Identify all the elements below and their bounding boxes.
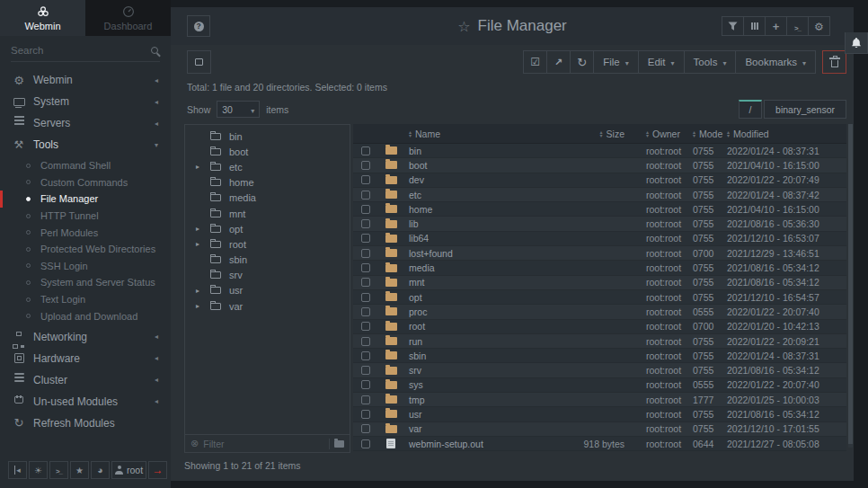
sort-icon[interactable] bbox=[693, 130, 695, 138]
file-name[interactable]: run bbox=[403, 336, 538, 347]
row-checkbox[interactable] bbox=[361, 249, 370, 258]
sidebar-item-webmin[interactable]: Webmin bbox=[0, 69, 171, 91]
sort-icon[interactable] bbox=[600, 130, 603, 138]
export-button[interactable] bbox=[546, 50, 571, 74]
filter-button[interactable] bbox=[722, 16, 744, 36]
tree-item[interactable]: bin bbox=[185, 129, 350, 144]
terminal-button[interactable] bbox=[49, 461, 68, 479]
column-header-mode[interactable]: Mode bbox=[682, 129, 727, 139]
sidebar-subitem[interactable]: Command Shell bbox=[0, 157, 171, 174]
add-button[interactable] bbox=[765, 16, 787, 36]
breadcrumb-current[interactable]: binary_sensor bbox=[764, 100, 846, 119]
row-checkbox[interactable] bbox=[361, 191, 370, 200]
star-outline-icon[interactable] bbox=[457, 18, 470, 35]
sidebar-subitem[interactable]: Text Login bbox=[0, 291, 171, 308]
file-name[interactable]: root bbox=[403, 321, 538, 332]
favorites-button[interactable] bbox=[70, 461, 89, 479]
expand-arrow-icon[interactable] bbox=[196, 302, 203, 310]
sidebar-item-cluster[interactable]: Cluster bbox=[0, 369, 171, 391]
sort-icon[interactable] bbox=[727, 130, 730, 138]
table-row[interactable]: lost+found root:root 0700 2021/12/29 - 1… bbox=[353, 246, 846, 261]
sidebar-item-refresh-modules[interactable]: Refresh Modules bbox=[0, 413, 171, 434]
sidebar-subitem[interactable]: System and Server Status bbox=[0, 274, 171, 291]
table-row[interactable]: boot root:root 0755 2021/04/10 - 16:15:0… bbox=[353, 158, 846, 173]
sidebar-item-hardware[interactable]: Hardware bbox=[0, 348, 171, 369]
trash-button[interactable] bbox=[822, 50, 846, 74]
tab-dashboard[interactable]: Dashboard bbox=[85, 0, 171, 36]
file-name[interactable]: mnt bbox=[403, 277, 538, 288]
settings-button[interactable] bbox=[808, 16, 830, 36]
tree-item[interactable]: etc bbox=[185, 159, 350, 174]
clear-filter-icon[interactable] bbox=[190, 438, 199, 449]
table-row[interactable]: webmin-setup.out 918 bytes root:root 064… bbox=[353, 437, 846, 451]
tree-item[interactable]: mnt bbox=[185, 206, 350, 221]
tree-item[interactable]: sbin bbox=[185, 253, 350, 268]
notifications-bell[interactable] bbox=[845, 32, 868, 54]
row-checkbox[interactable] bbox=[361, 337, 370, 346]
help-button[interactable] bbox=[187, 15, 210, 37]
table-row[interactable]: bin root:root 0755 2022/01/24 - 08:37:31 bbox=[353, 144, 846, 158]
table-row[interactable]: srv root:root 0755 2021/08/16 - 05:34:12 bbox=[353, 363, 846, 377]
search-icon[interactable] bbox=[151, 47, 158, 54]
file-name[interactable]: usr bbox=[403, 409, 538, 420]
expand-arrow-icon[interactable] bbox=[196, 163, 203, 171]
terminal-header-button[interactable] bbox=[786, 16, 809, 36]
file-name[interactable]: proc bbox=[403, 306, 538, 317]
file-name[interactable]: etc bbox=[403, 190, 538, 200]
expand-arrow-icon[interactable] bbox=[196, 225, 203, 233]
table-row[interactable]: var root:root 0755 2021/12/10 - 17:01:55 bbox=[353, 422, 846, 437]
row-checkbox[interactable] bbox=[361, 234, 370, 243]
table-row[interactable]: dev root:root 0755 2022/01/22 - 20:07:49 bbox=[353, 173, 846, 188]
table-row[interactable]: usr root:root 0755 2021/08/16 - 05:34:12 bbox=[353, 407, 846, 421]
table-row[interactable]: mnt root:root 0755 2021/08/16 - 05:34:12 bbox=[353, 276, 846, 290]
tree-item[interactable]: usr bbox=[185, 283, 350, 298]
clone-view-button[interactable] bbox=[187, 50, 211, 74]
file-name[interactable]: media bbox=[403, 262, 538, 273]
sidebar-subitem[interactable]: Custom Commands bbox=[0, 174, 171, 191]
row-checkbox[interactable] bbox=[361, 278, 370, 287]
row-checkbox[interactable] bbox=[361, 410, 370, 419]
row-checkbox[interactable] bbox=[361, 366, 370, 375]
tree-item[interactable]: srv bbox=[185, 268, 350, 283]
column-header-owner[interactable]: Owner bbox=[628, 129, 682, 139]
file-name[interactable]: opt bbox=[403, 292, 538, 303]
edit-menu-button[interactable]: Edit bbox=[638, 50, 685, 74]
tree-filter-input[interactable] bbox=[203, 439, 324, 449]
table-row[interactable]: lib64 root:root 0755 2021/12/10 - 16:53:… bbox=[353, 232, 846, 246]
file-name[interactable]: webmin-setup.out bbox=[403, 439, 538, 449]
sidebar-item-tools[interactable]: Tools bbox=[0, 134, 171, 155]
file-menu-button[interactable]: File bbox=[593, 50, 639, 74]
select-all-button[interactable] bbox=[523, 50, 547, 74]
collapse-sidebar-button[interactable] bbox=[8, 461, 27, 479]
row-checkbox[interactable] bbox=[361, 351, 370, 360]
sidebar-item-networking[interactable]: Networking bbox=[0, 326, 171, 348]
file-name[interactable]: var bbox=[403, 423, 538, 434]
sidebar-subitem[interactable]: Upload and Download bbox=[0, 307, 171, 324]
file-name[interactable]: lost+found bbox=[403, 248, 538, 259]
table-row[interactable]: home root:root 0755 2021/04/10 - 16:15:0… bbox=[353, 202, 846, 217]
row-checkbox[interactable] bbox=[361, 395, 370, 404]
sidebar-subitem[interactable]: File Manager bbox=[0, 191, 171, 208]
table-row[interactable]: etc root:root 0755 2022/01/24 - 08:37:42 bbox=[353, 188, 846, 202]
column-header-modified[interactable]: Modified bbox=[727, 129, 846, 139]
row-checkbox[interactable] bbox=[361, 175, 370, 184]
table-row[interactable]: media root:root 0755 2021/08/16 - 05:34:… bbox=[353, 261, 846, 275]
logout-button[interactable] bbox=[148, 461, 167, 479]
sidebar-item-servers[interactable]: Servers bbox=[0, 112, 171, 134]
sidebar-subitem[interactable]: Protected Web Directories bbox=[0, 241, 171, 258]
tools-menu-button[interactable]: Tools bbox=[684, 50, 737, 74]
table-row[interactable]: lib root:root 0755 2021/08/16 - 05:36:30 bbox=[353, 217, 846, 231]
table-row[interactable]: root root:root 0700 2022/01/20 - 10:42:1… bbox=[353, 320, 846, 334]
tree-item[interactable]: boot bbox=[185, 144, 350, 159]
sidebar-item-system[interactable]: System bbox=[0, 91, 171, 112]
file-name[interactable]: lib64 bbox=[403, 233, 538, 244]
tree-item[interactable]: media bbox=[185, 191, 350, 206]
sort-icon[interactable] bbox=[646, 130, 649, 138]
refresh-button[interactable] bbox=[570, 50, 594, 74]
file-name[interactable]: sbin bbox=[403, 350, 538, 361]
column-header-name[interactable]: Name bbox=[403, 129, 538, 139]
table-row[interactable]: opt root:root 0755 2021/12/10 - 16:54:57 bbox=[353, 290, 846, 305]
language-button[interactable] bbox=[91, 461, 110, 479]
table-row[interactable]: sbin root:root 0755 2022/01/24 - 08:37:3… bbox=[353, 349, 846, 363]
theme-button[interactable] bbox=[29, 461, 48, 479]
